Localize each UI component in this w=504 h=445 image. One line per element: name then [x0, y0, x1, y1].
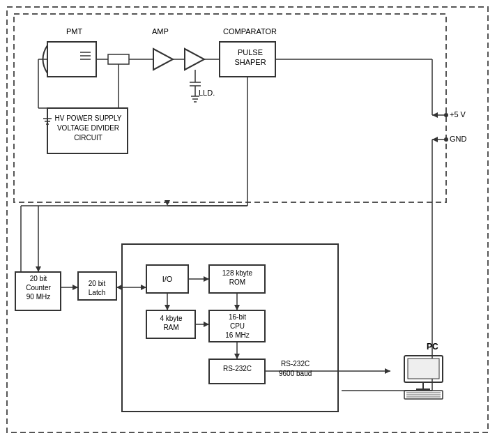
ram-label: 4 kbyteRAM	[148, 314, 194, 332]
svg-rect-1	[14, 14, 446, 202]
amp-label: AMP	[152, 27, 169, 36]
svg-marker-39	[432, 137, 438, 142]
svg-rect-14	[108, 54, 129, 64]
svg-rect-76	[408, 359, 439, 379]
lld-label: LLD.	[199, 88, 215, 98]
rs232c-inner-label: RS-232C	[211, 364, 264, 373]
plus5v-label: +5 V	[450, 110, 466, 119]
svg-marker-43	[165, 200, 170, 206]
gnd-label: GND	[450, 134, 466, 144]
comparator-label: COMPARATOR	[223, 27, 277, 36]
counter-label: 20 bitCounter90 MHz	[17, 274, 60, 301]
rom-label: 128 kbyteROM	[211, 269, 264, 287]
svg-marker-60	[36, 266, 41, 272]
svg-marker-19	[185, 49, 204, 70]
svg-marker-17	[153, 49, 173, 70]
svg-marker-72	[385, 368, 390, 374]
io-label: I/O	[148, 274, 187, 284]
cpu-label: 16-bitCPU16 MHz	[211, 312, 264, 340]
latch-label: 20 bitLatch	[79, 279, 115, 297]
svg-marker-62	[204, 276, 209, 282]
svg-marker-64	[165, 305, 170, 310]
svg-marker-53	[72, 285, 78, 290]
svg-rect-6	[47, 42, 96, 77]
svg-marker-55	[141, 285, 146, 290]
pc-label: PC	[427, 342, 438, 353]
svg-marker-34	[432, 112, 438, 118]
rs232c-outer-label: RS-232C9600 baud	[279, 359, 312, 379]
svg-point-38	[444, 137, 448, 142]
hv-power-label: HV POWER SUPPLYVOLTAGE DIVIDERCIRCUIT	[49, 114, 128, 143]
svg-marker-68	[234, 305, 240, 310]
svg-marker-66	[204, 322, 209, 327]
svg-point-33	[444, 113, 448, 117]
svg-marker-56	[116, 285, 122, 290]
diagram-container: PMT AMP COMPARATOR LLD. PULSESHAPER HV P…	[0, 0, 504, 445]
svg-marker-70	[234, 354, 240, 359]
pc-icon	[401, 354, 457, 403]
pulse-shaper-label: PULSESHAPER	[223, 47, 277, 68]
pmt-label: PMT	[66, 27, 82, 36]
